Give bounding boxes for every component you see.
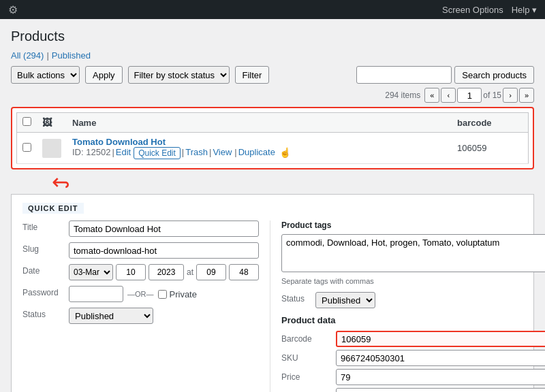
product-id: ID: 12502	[72, 147, 110, 159]
product-data-title: Product data	[281, 315, 545, 325]
price-label: Price	[281, 372, 330, 382]
search-box: Search products	[356, 66, 534, 84]
qe-mid-column: Product tags Separate tags with commas S…	[270, 220, 545, 392]
name-col-header[interactable]: Name	[67, 113, 452, 133]
quick-edit-button[interactable]: Quick Edit	[134, 147, 181, 159]
apply-button[interactable]: Apply	[85, 66, 123, 84]
admin-logo: ⚙	[8, 3, 18, 16]
sku-row: SKU	[281, 350, 545, 366]
quick-edit-form: Title Slug Date 03-Mar at	[22, 220, 523, 392]
date-field-row: Date 03-Mar at	[22, 264, 259, 280]
tags-hint: Separate tags with commas	[281, 277, 545, 285]
subsubsub: All (294) | Published	[11, 50, 534, 61]
pagination: « ‹ of 15 › »	[424, 88, 534, 103]
select-all-checkbox[interactable]	[22, 117, 31, 126]
sale-input[interactable]	[336, 388, 545, 392]
title-input[interactable]	[69, 220, 259, 237]
products-table-header: 🖼 Name barcode Tomato Download Hot ID:	[16, 112, 529, 164]
status-mid-select[interactable]: Published	[315, 292, 375, 308]
arrow-container: ↩	[11, 169, 534, 194]
title-label: Title	[22, 220, 69, 232]
product-barcode: 106059	[452, 133, 528, 164]
product-row: Tomato Download Hot ID: 12502 | Edit Qui…	[17, 133, 529, 164]
price-row: Price	[281, 369, 545, 385]
sku-input[interactable]	[336, 350, 545, 366]
next-page-button[interactable]: ›	[503, 88, 518, 103]
bulk-actions-select[interactable]: Bulk actions	[11, 66, 80, 84]
sku-label: SKU	[281, 353, 330, 363]
duplicate-link[interactable]: Duplicate	[238, 147, 275, 159]
slug-input[interactable]	[69, 242, 259, 259]
row-actions: ID: 12502 | Edit Quick Edit | Trash | Vi…	[72, 147, 446, 159]
status-mid-row: Status Published	[281, 292, 545, 308]
date-label: Date	[22, 264, 69, 276]
page-wrap: Products All (294) | Published Bulk acti…	[0, 19, 545, 392]
slug-label: Slug	[22, 242, 69, 254]
password-field-row: Password —OR— Private	[22, 286, 259, 302]
date-inputs: 03-Mar at	[69, 264, 259, 280]
price-input[interactable]	[336, 369, 545, 385]
product-highlight-box: 🖼 Name barcode Tomato Download Hot ID:	[11, 107, 534, 169]
sale-row: Sale	[281, 388, 545, 392]
product-name-link[interactable]: Tomato Download Hot	[72, 137, 166, 147]
status-mid-label: Status	[281, 292, 315, 304]
tags-textarea[interactable]	[281, 234, 545, 272]
red-arrow-icon: ↩	[52, 172, 70, 194]
or-label: —OR—	[127, 290, 154, 298]
admin-header-right: Screen Options Help ▾	[442, 5, 537, 15]
items-count: 294 items	[385, 91, 420, 100]
barcode-label: Barcode	[281, 334, 330, 344]
date-year-input[interactable]	[149, 264, 184, 280]
private-label: Private	[158, 289, 197, 299]
all-link[interactable]: All (294)	[11, 50, 44, 61]
product-thumbnail	[42, 139, 61, 158]
page-title: Products	[11, 27, 65, 45]
current-page-input[interactable]	[457, 88, 482, 103]
date-min-input[interactable]	[229, 264, 259, 280]
published-link[interactable]: Published	[52, 50, 91, 61]
row-checkbox[interactable]	[22, 143, 31, 152]
date-day-input[interactable]	[116, 264, 146, 280]
tags-section-title: Product tags	[281, 220, 545, 230]
page-title-row: Products	[11, 27, 534, 45]
edit-link[interactable]: Edit	[116, 147, 131, 159]
status-select[interactable]: Published Draft Pending Review	[69, 308, 153, 324]
cursor-icon: ☝	[279, 147, 291, 159]
product-data-grid: Barcode SKU Price Sale	[281, 331, 545, 392]
screen-options-button[interactable]: Screen Options	[442, 5, 503, 15]
status-label: Status	[22, 308, 69, 319]
slug-field-row: Slug	[22, 242, 259, 259]
last-page-button[interactable]: »	[519, 88, 534, 103]
first-page-button[interactable]: «	[424, 88, 439, 103]
search-products-button[interactable]: Search products	[454, 66, 534, 84]
filter-button[interactable]: Filter	[235, 66, 270, 84]
barcode-row: Barcode	[281, 331, 545, 347]
trash-link[interactable]: Trash	[185, 147, 208, 159]
admin-header: ⚙ Screen Options Help ▾	[0, 0, 545, 19]
quick-edit-label: QUICK EDIT	[22, 203, 84, 214]
private-checkbox[interactable]	[158, 290, 167, 299]
date-hour-input[interactable]	[196, 264, 226, 280]
password-inputs: —OR— Private	[69, 286, 197, 302]
quick-edit-panel: QUICK EDIT Title Slug Date 03-Mar	[11, 194, 534, 392]
qe-left-column: Title Slug Date 03-Mar at	[22, 220, 270, 392]
status-row-mid: Status Published	[281, 292, 545, 308]
help-button[interactable]: Help ▾	[512, 5, 537, 15]
barcode-col-header: barcode	[452, 113, 528, 133]
status-field-row: Status Published Draft Pending Review	[22, 308, 259, 324]
barcode-input[interactable]	[336, 331, 545, 347]
password-label: Password	[22, 286, 69, 297]
tablenav-top: Bulk actions Apply Filter by stock statu…	[11, 66, 534, 84]
product-data-section: Product data Barcode SKU Price	[281, 315, 545, 392]
date-month-select[interactable]: 03-Mar	[69, 264, 113, 280]
title-field-row: Title	[22, 220, 259, 237]
prev-page-button[interactable]: ‹	[441, 88, 456, 103]
password-input[interactable]	[69, 286, 123, 302]
view-link[interactable]: View	[213, 147, 232, 159]
page-total: of 15	[483, 91, 501, 100]
img-col-header: 🖼	[37, 113, 67, 133]
at-label: at	[187, 267, 193, 277]
search-input[interactable]	[356, 66, 452, 84]
filter-stock-select[interactable]: Filter by stock status	[128, 66, 230, 84]
